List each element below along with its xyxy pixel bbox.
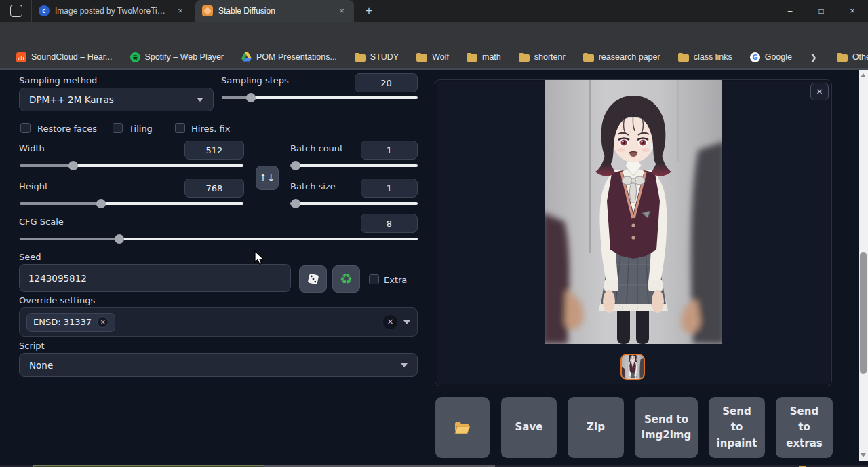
google-icon: G [750,52,760,62]
generated-image[interactable] [545,80,722,344]
tab2-title: Stable Diffusion [218,6,331,16]
sampling-steps-slider[interactable] [222,93,418,102]
height-label: Height [19,181,48,191]
bookmark-soundcloud[interactable]: SoundCloud – Hear... [16,52,113,62]
spotify-icon [130,52,140,62]
script-dropdown[interactable]: None [19,353,418,377]
sampling-steps-label: Sampling steps [221,75,289,86]
send-to-img2img-button[interactable]: Send to img2img [635,397,698,458]
thumbnail-image [622,355,644,379]
bookmark-label: reasearch paper [599,52,660,62]
folder-icon [837,53,848,62]
gallery-thumbnail-selected[interactable] [620,354,645,380]
restore-faces-checkbox[interactable] [20,123,31,133]
tab1-favicon: c [39,5,50,16]
chip-remove-icon[interactable]: × [97,316,108,328]
override-settings-field[interactable]: ENSD: 31337 × × [19,307,418,337]
extra-seed-checkbox[interactable] [369,274,379,284]
bookmark-spotify[interactable]: Spotify – Web Player [130,52,224,62]
bookmark-folder-study[interactable]: STUDY [355,52,399,62]
bookmark-label: Wolf [432,52,449,62]
chevron-down-icon [197,98,203,102]
tab-panes-icon[interactable] [10,5,22,17]
batch-size-input[interactable] [361,179,418,198]
override-settings-label: Override settings [19,295,95,305]
folder-icon [416,53,427,62]
open-folder-button[interactable] [435,397,490,458]
bookmark-folder-research[interactable]: reasearch paper [583,52,660,62]
slider-thumb[interactable] [68,161,78,170]
width-label: Width [19,143,45,153]
slider-thumb[interactable] [96,199,106,208]
reuse-seed-button[interactable]: ♻ [332,265,360,293]
bookmark-google[interactable]: G Google [750,52,792,62]
bookmark-label: STUDY [370,52,399,62]
clear-all-icon[interactable]: × [383,315,397,329]
override-chip[interactable]: ENSD: 31337 × [26,313,115,332]
folder-icon [355,53,366,62]
drive-icon [241,52,252,62]
scrollbar-thumb[interactable] [860,252,867,374]
sampling-method-dropdown[interactable]: DPM++ 2M Karras [19,88,214,111]
window-close-button[interactable]: × [837,0,868,22]
tab-image-posted[interactable]: c Image posted by TwoMoreTimes × [31,0,193,22]
browser-toolbar: ← i 127.0.0.1:7860 A” ☆ O » ▯ IA AD S ◉ [0,22,868,46]
chevron-down-icon[interactable] [403,320,410,324]
bookmark-label: shortenr [534,52,566,62]
tab1-close-icon[interactable]: × [175,5,186,16]
bookmark-folder-shortenr[interactable]: shortenr [519,52,566,62]
browser-tab-strip: c Image posted by TwoMoreTimes × Stable … [0,0,868,22]
slider-thumb[interactable] [246,93,256,102]
bookmark-folder-wolf[interactable]: Wolf [416,52,449,62]
width-input[interactable] [184,141,244,160]
hires-fix-label: Hires. fix [191,124,230,134]
scrollbar-up-icon[interactable] [861,73,866,77]
tiling-checkbox[interactable] [113,123,123,133]
swap-dimensions-button[interactable]: ↑↓ [256,166,279,190]
svg-text:G: G [752,54,757,61]
swap-arrows-icon: ↑↓ [259,172,275,183]
folder-icon [467,53,477,62]
slider-thumb[interactable] [291,161,300,170]
height-input[interactable] [184,179,244,198]
cfg-scale-label: CFG Scale [19,217,64,227]
send-to-inpaint-button[interactable]: Send to inpaint [709,397,765,458]
new-tab-button[interactable]: + [361,3,376,18]
random-seed-button[interactable] [299,265,327,293]
batch-size-label: Batch size [290,181,336,191]
bookmark-label: Other favorites [852,52,868,62]
batch-count-slider[interactable] [290,161,418,170]
mouse-cursor [254,250,265,265]
gallery-close-button[interactable]: × [810,83,829,100]
height-slider[interactable] [20,199,243,208]
script-label: Script [19,341,45,351]
window-minimize-button[interactable]: – [774,0,806,22]
cfg-scale-input[interactable] [361,214,418,233]
tab2-close-icon[interactable]: × [336,5,347,16]
save-button[interactable]: Save [501,397,557,458]
script-value: None [29,360,53,371]
slider-thumb[interactable] [291,199,300,208]
bookmark-other-favorites[interactable]: Other favorites [837,52,868,62]
hires-fix-checkbox[interactable] [175,123,185,133]
seed-input[interactable] [19,264,291,292]
cfg-scale-slider[interactable] [20,234,418,244]
scrollbar-down-icon[interactable] [861,453,866,457]
folder-icon [519,53,530,62]
bookmark-pom[interactable]: POM Presentations... [241,52,337,62]
send-to-extras-button[interactable]: Send to extras [776,397,833,458]
window-maximize-button[interactable]: □ [806,0,837,22]
page-scrollbar[interactable] [859,70,868,461]
sampling-steps-input[interactable] [355,73,418,92]
zip-button[interactable]: Zip [568,397,624,458]
width-slider[interactable] [20,161,243,170]
batch-count-input[interactable] [361,141,418,160]
sampling-method-value: DPM++ 2M Karras [29,94,114,105]
slider-thumb[interactable] [115,234,124,244]
bookmark-folder-math[interactable]: math [467,52,501,62]
bookmark-folder-classlinks[interactable]: class links [678,52,732,62]
batch-size-slider[interactable] [290,199,418,208]
tab-stable-diffusion[interactable]: Stable Diffusion × [195,0,354,22]
bookmarks-overflow-icon[interactable]: ❯ [810,52,817,62]
bookmark-label: Spotify – Web Player [145,52,224,62]
